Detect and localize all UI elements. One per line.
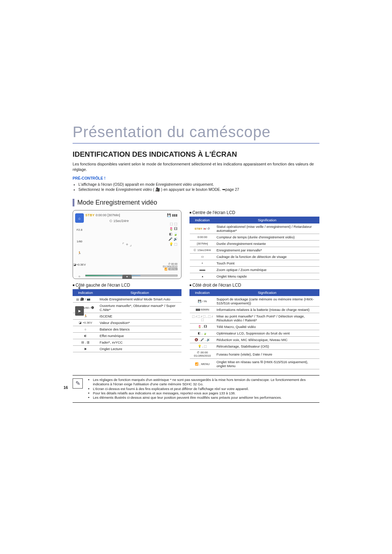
- home-icon: ⌂: [75, 213, 84, 223]
- note-icon: ✎: [73, 378, 83, 389]
- table-row: ⌖Touch Point: [190, 260, 319, 267]
- fader-icon: ▤ ▥: [75, 295, 84, 304]
- left-section-label: Côté gauche de l'écran LCD: [73, 283, 181, 288]
- section-heading: IDENTIFICATION DES INDICATIONS À L'ÉCRAN: [73, 150, 319, 159]
- table-row: 💡 , ⬚Rétroéclairage, Stabilisateur (OIS): [190, 343, 319, 350]
- remain-time: [307Min]: [107, 213, 120, 217]
- ev-value: ◪ +0.3EV: [75, 260, 84, 269]
- pre-control-title: PRÉ-CONTRÔLE !: [73, 176, 319, 180]
- table-row: ▤ , ▥Fader*, xvYCC: [73, 339, 181, 346]
- right-table: IndicationSignification 💾 / INSupport de…: [189, 289, 319, 369]
- table-row: ⏲ 1Sec/24HrEnregistrement par intervalle…: [190, 247, 319, 254]
- storage-battery-icons: 💾 ▮▮▮: [167, 213, 177, 217]
- table-row: 🔇 , 🎤 , 🔊Réduction voix, MIC téléscopiqu…: [190, 337, 319, 343]
- table-row: ⏱ 00:00 01/JAN/2010Fuseau horaire (visit…: [190, 350, 319, 359]
- clock-icon: ⏱ 00:00: [163, 263, 177, 265]
- pre-control-item: Sélectionnez le mode Enregistrement vidé…: [78, 187, 319, 192]
- left-table: IndicationSignification 🎥 / 📷Mode Enregi…: [73, 289, 181, 352]
- th-signification: Signification: [215, 217, 319, 223]
- table-row: ▶Onglet Lecture: [73, 346, 181, 352]
- th-signification: Signification: [215, 290, 319, 296]
- table-row: ▭Cadrage de la fonction de détection de …: [190, 254, 319, 260]
- lcd-screen-diagram: ⌂ F2.8 1/60 🏃 ◪ +0.3EV ☼ ◐ ▤ ▥ ▶ STBY 0:…: [73, 210, 181, 279]
- wifi-icon: 📶: [164, 268, 168, 270]
- shutter-value: 1/60: [75, 237, 84, 246]
- center-table: IndicationSignification STBY /●/ ⏱Statut…: [189, 217, 319, 280]
- note-item: Les réglages de fonction marqués d'un as…: [93, 378, 319, 387]
- table-row: STBY /●/ ⏱Statut opérationnel (mise veil…: [190, 223, 319, 234]
- right-section-label: Côté droit de l'écran LCD: [189, 283, 319, 288]
- table-row: [307Min]Durée d'enregistrement restante: [190, 241, 319, 247]
- interval-icon: ⏲: [109, 219, 113, 223]
- mic-icon: 🎤 🔊: [168, 237, 177, 241]
- menu-label: MENU: [168, 268, 177, 270]
- note-item: Pour les détails relatifs aux indication…: [93, 391, 319, 395]
- iscene-icon: 🏃: [75, 248, 84, 258]
- table-row: 💾 / INSupport de stockage (carte mémoire…: [190, 296, 319, 307]
- table-row: ⬚ / ⬚ / ⬚ , ⬚ / ⬚Mise au point manuelle*…: [190, 313, 319, 324]
- th-indication: Indication: [190, 290, 215, 296]
- date-value: 01/JAN/2010: [163, 265, 177, 268]
- note-box: ✎ Les réglages de fonction marqués d'un …: [73, 375, 319, 403]
- effect-icon: ◐: [75, 283, 84, 292]
- table-row: 📶 , MENUOnglet Mise en réseau sans fil (…: [190, 359, 319, 369]
- page-number: 16: [64, 385, 68, 390]
- quick-menu-arrow-icon: ▴: [122, 275, 132, 279]
- th-signification: Signification: [98, 290, 181, 296]
- table-row: F2.8 1/60 / 🅒Ouverture manuelle*, Obtura…: [73, 303, 181, 313]
- table-row: ◪ +0.3EVValeur d'exposition*: [73, 320, 181, 326]
- lcd-opt-icon: ◧ 🍃: [169, 232, 177, 236]
- center-section-label: Centre de l'écran LCD: [189, 210, 319, 215]
- table-row: 0:00:00Compteur de temps (durée d'enregi…: [190, 234, 319, 241]
- mode-heading: Mode Enregistrement vidéo: [73, 199, 319, 206]
- resolution-icon: ⬚ ⬚: [170, 222, 177, 226]
- backlight-icon: 💡 ⬚: [169, 242, 177, 246]
- table-row: ☼Balance des blancs: [73, 326, 181, 333]
- pre-control-list: L'affichage à l'écran (OSD) apparaît en …: [73, 182, 319, 192]
- table-row: ▮▮▮ 60MINInformations relatives à la bat…: [190, 307, 319, 313]
- touch-point-icon: ⌜ + ⌟: [122, 242, 132, 247]
- time-counter: 0:00:00: [96, 213, 107, 217]
- page-title: Présentation du caméscope: [73, 123, 319, 144]
- table-row: 🌷 , 🎞Télé Macro, Qualité vidéo: [190, 324, 319, 330]
- table-row: ◧ , 🍃Optimisateur LCD, Suppression du br…: [190, 330, 319, 337]
- note-item: L'écran ci-dessus est fourni à des fins …: [93, 387, 319, 391]
- macro-icon: 🌷 🎞: [169, 227, 177, 231]
- table-row: ▴Onglet Menu rapide: [190, 273, 319, 280]
- play-tab-icon: ▶: [75, 306, 84, 316]
- wb-icon: ☼: [75, 271, 84, 281]
- intro-text: Les fonctions disponibles varient selon …: [73, 161, 319, 172]
- aperture-value: F2.8: [75, 225, 84, 234]
- stby-label: STBY: [85, 213, 95, 217]
- table-row: ◐Effet numérique: [73, 333, 181, 339]
- note-item: Les éléments illustrés ci-dessus ainsi q…: [93, 395, 319, 400]
- table-row: 🏃iSCENE: [73, 313, 181, 320]
- table-row: ▬▬Zoom optique / Zoom numérique: [190, 267, 319, 273]
- pre-control-item: L'affichage à l'écran (OSD) apparaît en …: [78, 182, 319, 187]
- th-indication: Indication: [190, 217, 215, 223]
- interval-value: 1Sec/24Hr: [114, 219, 129, 223]
- table-row: 🎥 / 📷Mode Enregistrement vidéo/ Mode Sma…: [73, 296, 181, 303]
